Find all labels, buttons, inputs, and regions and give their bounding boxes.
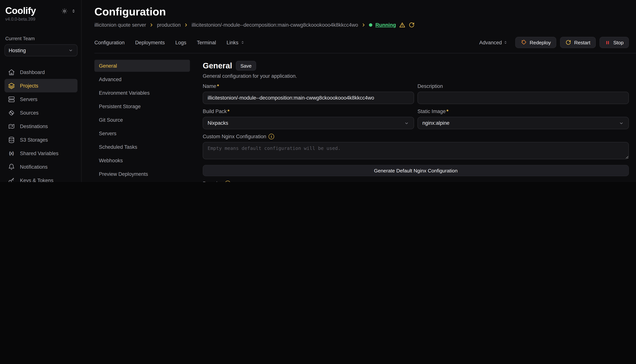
- stop-button[interactable]: Stop: [599, 37, 629, 48]
- layers-icon: [8, 82, 15, 90]
- sidebar-item-projects[interactable]: Projects: [5, 79, 78, 92]
- sidebar-item-sources[interactable]: Sources: [5, 106, 78, 120]
- tab-deployments[interactable]: Deployments: [135, 40, 165, 45]
- breadcrumb-application[interactable]: illicitestonion/-module--decomposition:m…: [192, 22, 358, 28]
- static-image-label: Static Image: [417, 108, 449, 114]
- name-label: Name: [203, 84, 219, 89]
- sidebar: Coolify v4.0.0-beta.399 Current Team Hos…: [0, 0, 82, 182]
- sidebar-item-destinations[interactable]: Destinations: [5, 120, 78, 133]
- subnav-persistent-storage[interactable]: Persistent Storage: [94, 100, 190, 112]
- tab-logs[interactable]: Logs: [175, 40, 186, 45]
- description-label: Description: [417, 84, 443, 89]
- warning-icon[interactable]: [399, 22, 405, 28]
- domains-label: Domains: [203, 181, 223, 182]
- sidebar-item-servers[interactable]: Servers: [5, 92, 78, 106]
- subnav-healthcheck[interactable]: Healthcheck: [94, 182, 190, 182]
- chevron-down-icon: [68, 48, 73, 53]
- generate-nginx-button[interactable]: Generate Default Nginx Configuration: [203, 165, 629, 176]
- git-source-icon: [8, 109, 15, 116]
- breadcrumb-project[interactable]: illicitonion quote server: [94, 22, 146, 28]
- stop-label: Stop: [613, 40, 623, 45]
- restart-button[interactable]: Restart: [560, 37, 595, 48]
- current-team-label: Current Team: [5, 36, 78, 41]
- save-button[interactable]: Save: [236, 61, 256, 70]
- chevron-right-icon: [361, 23, 366, 27]
- general-form: General Save General configuration for y…: [203, 60, 636, 182]
- chevrons-up-down-icon: [240, 40, 245, 45]
- sidebar-item-label: Projects: [20, 83, 38, 88]
- chevron-down-icon: [619, 120, 624, 126]
- static-image-value: nginx:alpine: [422, 120, 450, 126]
- theme-sun-icon[interactable]: [61, 8, 68, 14]
- subnav-webhooks[interactable]: Webhooks: [94, 154, 190, 166]
- sidebar-item-label: S3 Storages: [20, 137, 48, 142]
- name-input[interactable]: [203, 92, 414, 104]
- custom-nginx-textarea[interactable]: [203, 142, 629, 159]
- advanced-dropdown[interactable]: Advanced: [479, 40, 508, 45]
- status-running-link[interactable]: Running: [375, 22, 396, 28]
- subnav-environment-variables[interactable]: Environment Variables: [94, 87, 190, 99]
- tab-row: Configuration Deployments Logs Terminal …: [94, 37, 629, 48]
- sidebar-nav: Dashboard Projects Servers Sources Desti…: [5, 65, 78, 182]
- coolify-app: Coolify v4.0.0-beta.399 Current Team Hos…: [0, 0, 636, 182]
- team-select-value: Hosting: [9, 48, 26, 53]
- sidebar-item-label: Notifications: [20, 164, 48, 170]
- build-pack-value: Nixpacks: [207, 120, 228, 126]
- info-icon[interactable]: [225, 181, 231, 182]
- restart-label: Restart: [574, 40, 590, 45]
- tab-terminal[interactable]: Terminal: [197, 40, 216, 45]
- subnav-general[interactable]: General: [94, 60, 190, 72]
- theme-chevrons-up-down-icon[interactable]: [71, 9, 76, 14]
- home-icon: [8, 68, 15, 76]
- sidebar-item-label: Dashboard: [20, 69, 45, 75]
- subnav-scheduled-tasks[interactable]: Scheduled Tasks: [94, 141, 190, 153]
- server-icon: [8, 96, 15, 103]
- description-input[interactable]: [417, 92, 629, 104]
- sidebar-item-shared-variables[interactable]: Shared Variables: [5, 146, 78, 160]
- subnav-git-source[interactable]: Git Source: [94, 114, 190, 126]
- build-pack-select[interactable]: Nixpacks: [203, 117, 414, 129]
- subnav-advanced[interactable]: Advanced: [94, 73, 190, 85]
- breadcrumb-environment[interactable]: production: [157, 22, 181, 28]
- sidebar-item-notifications[interactable]: Notifications: [5, 160, 78, 174]
- subnav-preview-deployments[interactable]: Preview Deployments: [94, 168, 190, 180]
- custom-nginx-label: Custom Nginx Configuration: [203, 134, 266, 139]
- app-version: v4.0.0-beta.399: [5, 17, 78, 22]
- status-dot: [369, 23, 372, 27]
- redeploy-label: Redeploy: [530, 40, 551, 45]
- map-icon: [8, 122, 15, 130]
- section-heading-general: General: [203, 61, 232, 70]
- sidebar-item-s3-storages[interactable]: S3 Storages: [5, 133, 78, 146]
- advanced-label: Advanced: [479, 40, 502, 45]
- sidebar-item-label: Servers: [20, 96, 38, 102]
- subnav-servers[interactable]: Servers: [94, 127, 190, 139]
- section-subtitle: General configuration for your applicati…: [203, 73, 629, 79]
- refresh-icon[interactable]: [408, 22, 415, 28]
- chevron-right-icon: [149, 23, 154, 27]
- chevron-down-icon: [404, 120, 409, 126]
- sidebar-item-dashboard[interactable]: Dashboard: [5, 65, 78, 79]
- content: General Advanced Environment Variables P…: [94, 53, 636, 182]
- restart-icon: [565, 40, 571, 46]
- tab-links-label: Links: [227, 40, 239, 45]
- database-icon: [8, 136, 15, 144]
- chevrons-up-down-icon: [503, 40, 508, 45]
- main-area: Configuration illicitonion quote server …: [82, 0, 636, 182]
- key-icon: [8, 176, 15, 182]
- page-title: Configuration: [94, 6, 636, 18]
- tab-configuration[interactable]: Configuration: [94, 40, 125, 45]
- tabs: Configuration Deployments Logs Terminal …: [94, 40, 245, 45]
- tab-links[interactable]: Links: [227, 40, 245, 45]
- team-select[interactable]: Hosting: [5, 44, 78, 56]
- sidebar-item-label: Destinations: [20, 124, 48, 129]
- sidebar-item-keys-tokens[interactable]: Keys & Tokens: [5, 174, 78, 182]
- sidebar-item-label: Sources: [20, 110, 39, 116]
- toolbar: Advanced Redeploy Restart Stop: [479, 37, 629, 48]
- shared-variables-icon: [8, 150, 15, 157]
- bell-icon: [8, 163, 15, 170]
- static-image-select[interactable]: nginx:alpine: [417, 117, 629, 129]
- info-icon[interactable]: [269, 134, 274, 139]
- settings-subnav: General Advanced Environment Variables P…: [94, 60, 190, 182]
- redeploy-button[interactable]: Redeploy: [515, 37, 556, 48]
- app-logo: Coolify: [5, 5, 36, 16]
